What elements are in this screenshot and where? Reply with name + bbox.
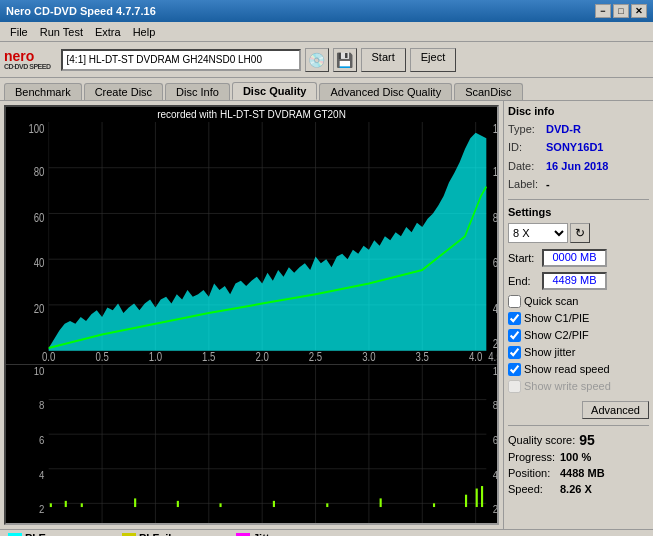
svg-rect-62 bbox=[81, 503, 83, 507]
disc-id-label: ID: bbox=[508, 140, 546, 155]
speed-row: 8 X 4 X Max ↻ bbox=[508, 223, 649, 243]
pi-errors-name: PI Errors bbox=[25, 532, 71, 536]
show-c1-pie-checkbox[interactable] bbox=[508, 312, 521, 325]
show-read-speed-row: Show read speed bbox=[508, 363, 649, 376]
tab-create-disc[interactable]: Create Disc bbox=[84, 83, 163, 100]
svg-text:2: 2 bbox=[493, 337, 497, 350]
menu-extra[interactable]: Extra bbox=[89, 24, 127, 40]
show-jitter-row: Show jitter bbox=[508, 346, 649, 359]
quality-score-row: Quality score: 95 bbox=[508, 432, 649, 448]
end-label: End: bbox=[508, 275, 540, 287]
speed-select[interactable]: 8 X 4 X Max bbox=[508, 223, 568, 243]
pi-failures-legend: PI Failures Average: 0.00 Maximum: 2 Tot… bbox=[122, 532, 216, 536]
legend-area: PI Errors Average: 7.64 Maximum: 65 Tota… bbox=[0, 529, 653, 536]
nero-logo-sub: CD·DVD SPEED bbox=[4, 63, 51, 70]
svg-text:2.0: 2.0 bbox=[256, 350, 269, 363]
divider-1 bbox=[508, 199, 649, 200]
tab-disc-info[interactable]: Disc Info bbox=[165, 83, 230, 100]
disc-date-label: Date: bbox=[508, 159, 546, 174]
refresh-button[interactable]: ↻ bbox=[570, 223, 590, 243]
advanced-button[interactable]: Advanced bbox=[582, 401, 649, 419]
drive-selector[interactable]: [4:1] HL-DT-ST DVDRAM GH24NSD0 LH00 bbox=[61, 49, 301, 71]
quality-score-label: Quality score: bbox=[508, 434, 575, 446]
menu-bar: File Run Test Extra Help bbox=[0, 22, 653, 42]
svg-text:4.5: 4.5 bbox=[488, 350, 497, 363]
svg-text:2.5: 2.5 bbox=[309, 350, 322, 363]
tab-disc-quality[interactable]: Disc Quality bbox=[232, 82, 318, 100]
jitter-name: Jitter bbox=[253, 532, 280, 536]
window-title: Nero CD-DVD Speed 4.7.7.16 bbox=[6, 5, 156, 17]
show-c2-pif-checkbox[interactable] bbox=[508, 329, 521, 342]
tab-benchmark[interactable]: Benchmark bbox=[4, 83, 82, 100]
show-jitter-checkbox[interactable] bbox=[508, 346, 521, 359]
svg-rect-64 bbox=[177, 501, 179, 507]
svg-text:6: 6 bbox=[493, 256, 497, 269]
svg-text:10: 10 bbox=[493, 365, 497, 377]
start-button[interactable]: Start bbox=[361, 48, 406, 72]
svg-text:4: 4 bbox=[39, 469, 45, 481]
svg-text:6: 6 bbox=[39, 434, 45, 446]
svg-text:2: 2 bbox=[493, 504, 497, 516]
svg-rect-60 bbox=[50, 503, 52, 507]
save-icon-button[interactable]: 💾 bbox=[333, 48, 357, 72]
svg-rect-63 bbox=[134, 498, 136, 507]
svg-text:12: 12 bbox=[493, 165, 497, 178]
toolbar: nero CD·DVD SPEED [4:1] HL-DT-ST DVDRAM … bbox=[0, 42, 653, 78]
svg-text:16: 16 bbox=[493, 122, 497, 135]
window-controls: − □ ✕ bbox=[595, 4, 647, 18]
menu-help[interactable]: Help bbox=[127, 24, 162, 40]
svg-text:1.0: 1.0 bbox=[149, 350, 162, 363]
quick-scan-label: Quick scan bbox=[524, 295, 578, 307]
speed-label: Speed: bbox=[508, 483, 560, 495]
show-read-speed-label: Show read speed bbox=[524, 363, 610, 375]
position-row: Position: 4488 MB bbox=[508, 467, 649, 479]
svg-text:8: 8 bbox=[493, 400, 497, 412]
tab-bar: Benchmark Create Disc Disc Info Disc Qua… bbox=[0, 78, 653, 101]
svg-rect-68 bbox=[380, 498, 382, 507]
disc-date-value: 16 Jun 2018 bbox=[546, 159, 608, 174]
svg-text:1.5: 1.5 bbox=[202, 350, 215, 363]
chart-title: recorded with HL-DT-ST DVDRAM GT20N bbox=[6, 107, 497, 122]
show-write-speed-checkbox[interactable] bbox=[508, 380, 521, 393]
start-input[interactable]: 0000 MB bbox=[542, 249, 607, 267]
charts-container: 100 80 60 40 20 16 12 8 6 4 2 bbox=[6, 122, 497, 525]
maximize-button[interactable]: □ bbox=[613, 4, 629, 18]
disc-label-row: Label: - bbox=[508, 177, 649, 192]
svg-text:8: 8 bbox=[39, 400, 45, 412]
quick-scan-checkbox[interactable] bbox=[508, 295, 521, 308]
svg-text:0.0: 0.0 bbox=[42, 350, 55, 363]
show-c1-pie-row: Show C1/PIE bbox=[508, 312, 649, 325]
drive-prefix: [4:1] bbox=[67, 54, 86, 65]
disc-icon-button[interactable]: 💿 bbox=[305, 48, 329, 72]
disc-info-title: Disc info bbox=[508, 105, 649, 117]
show-read-speed-checkbox[interactable] bbox=[508, 363, 521, 376]
title-bar: Nero CD-DVD Speed 4.7.7.16 − □ ✕ bbox=[0, 0, 653, 22]
eject-button[interactable]: Eject bbox=[410, 48, 456, 72]
end-input[interactable]: 4489 MB bbox=[542, 272, 607, 290]
quality-score-value: 95 bbox=[579, 432, 595, 448]
minimize-button[interactable]: − bbox=[595, 4, 611, 18]
drive-name: HL-DT-ST DVDRAM GH24NSD0 LH00 bbox=[89, 54, 262, 65]
svg-text:0.5: 0.5 bbox=[95, 350, 108, 363]
disc-id-row: ID: SONY16D1 bbox=[508, 140, 649, 155]
menu-run-test[interactable]: Run Test bbox=[34, 24, 89, 40]
close-button[interactable]: ✕ bbox=[631, 4, 647, 18]
disc-type-label: Type: bbox=[508, 122, 546, 137]
show-write-speed-label: Show write speed bbox=[524, 380, 611, 392]
svg-text:20: 20 bbox=[34, 302, 45, 315]
top-chart: 100 80 60 40 20 16 12 8 6 4 2 bbox=[6, 122, 497, 365]
tab-advanced-disc-quality[interactable]: Advanced Disc Quality bbox=[319, 83, 452, 100]
right-panel: Disc info Type: DVD-R ID: SONY16D1 Date:… bbox=[503, 101, 653, 529]
show-c2-pif-label: Show C2/PIF bbox=[524, 329, 589, 341]
divider-2 bbox=[508, 425, 649, 426]
svg-rect-66 bbox=[273, 501, 275, 507]
show-c1-pie-label: Show C1/PIE bbox=[524, 312, 589, 324]
nero-logo: nero CD·DVD SPEED bbox=[4, 49, 51, 70]
svg-text:8: 8 bbox=[493, 210, 497, 223]
settings-title: Settings bbox=[508, 206, 649, 218]
menu-file[interactable]: File bbox=[4, 24, 34, 40]
svg-rect-67 bbox=[326, 503, 328, 507]
show-jitter-label: Show jitter bbox=[524, 346, 575, 358]
tab-scan-disc[interactable]: ScanDisc bbox=[454, 83, 522, 100]
disc-id-value: SONY16D1 bbox=[546, 140, 603, 155]
